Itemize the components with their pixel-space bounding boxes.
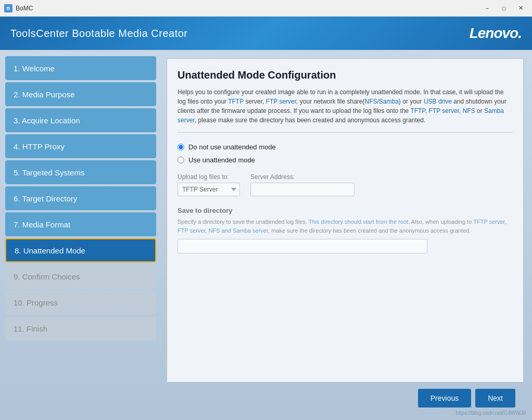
- panel-description: Helps you to configure your created imag…: [178, 87, 513, 133]
- sidebar-item-label: 11. Finish: [14, 324, 47, 333]
- sidebar-item-welcome[interactable]: 1. Welcome: [5, 56, 156, 80]
- main-layout: 1. Welcome 2. Media Purpose 3. Acquire L…: [0, 50, 532, 420]
- radio-use-unattended[interactable]: Use unattended mode: [178, 156, 513, 164]
- radio-no-unattended-input[interactable]: [178, 144, 184, 150]
- content-panel: Unattended Mode Configuration Helps you …: [167, 58, 524, 383]
- sidebar-item-label: 1. Welcome: [14, 64, 55, 73]
- sidebar-item-targeted-systems[interactable]: 5. Targeted Systems: [5, 160, 156, 184]
- lenovo-logo: Lenovo.: [470, 25, 522, 42]
- directory-input[interactable]: [178, 239, 427, 253]
- server-address-label: Server Address:: [250, 173, 354, 181]
- radio-group: Do not use unattended mode Use unattende…: [178, 143, 513, 164]
- sidebar-item-label: 5. Targeted Systems: [14, 168, 84, 177]
- sidebar-item-finish: 11. Finish: [5, 316, 156, 340]
- sidebar: 1. Welcome 2. Media Purpose 3. Acquire L…: [0, 50, 161, 420]
- upload-log-label: Upload log files to:: [178, 173, 240, 181]
- content-area: Unattended Mode Configuration Helps you …: [161, 50, 532, 420]
- radio-no-unattended-label: Do not use unattended mode: [188, 143, 276, 151]
- panel-title: Unattended Mode Configuration: [178, 69, 513, 81]
- next-button[interactable]: Next: [475, 389, 515, 408]
- sidebar-item-label: 6. Target Directory: [14, 194, 77, 203]
- minimize-button[interactable]: −: [480, 3, 495, 14]
- sidebar-item-target-directory[interactable]: 6. Target Directory: [5, 186, 156, 210]
- footer-buttons: Previous Next: [167, 383, 524, 412]
- directory-section: Save to directory Specify a directory to…: [178, 207, 513, 253]
- sidebar-item-label: 4. HTTP Proxy: [14, 142, 65, 151]
- app-name: BoMC: [16, 5, 33, 12]
- close-button[interactable]: ✕: [513, 3, 528, 14]
- radio-use-unattended-label: Use unattended mode: [188, 156, 255, 164]
- radio-use-unattended-input[interactable]: [178, 157, 184, 163]
- app-header: ToolsCenter Bootable Media Creator Lenov…: [0, 17, 532, 50]
- sidebar-item-unattended-mode[interactable]: 8. Unattended Mode: [5, 238, 156, 262]
- maximize-button[interactable]: □: [497, 3, 511, 14]
- sidebar-item-progress: 10. Progress: [5, 290, 156, 314]
- app-icon: B: [4, 4, 12, 12]
- previous-button[interactable]: Previous: [418, 389, 471, 408]
- upload-section: Upload log files to: TFTP Server FTP Ser…: [178, 173, 513, 196]
- sidebar-item-label: 3. Acquire Location: [14, 116, 80, 125]
- title-bar-left: B BoMC: [4, 4, 33, 12]
- upload-log-select[interactable]: TFTP Server FTP Server NFS Samba USB Dri…: [178, 183, 240, 196]
- radio-no-unattended[interactable]: Do not use unattended mode: [178, 143, 513, 151]
- title-bar: B BoMC − □ ✕: [0, 0, 532, 17]
- sidebar-item-confirm-choices: 9. Confirm Choices: [5, 264, 156, 288]
- sidebar-item-http-proxy[interactable]: 4. HTTP Proxy: [5, 134, 156, 158]
- watermark: https://blog.csdn.net/G3WWJlt: [456, 410, 526, 416]
- server-address-group: Server Address:: [250, 173, 354, 196]
- sidebar-item-media-format[interactable]: 7. Media Format: [5, 212, 156, 236]
- sidebar-item-label: 9. Confirm Choices: [14, 272, 80, 281]
- sidebar-item-media-purpose[interactable]: 2. Media Purpose: [5, 82, 156, 106]
- sidebar-item-label: 7. Media Format: [14, 220, 70, 229]
- sidebar-item-label: 8. Unattended Mode: [15, 246, 85, 255]
- window-controls: − □ ✕: [480, 3, 528, 14]
- upload-log-group: Upload log files to: TFTP Server FTP Ser…: [178, 173, 240, 196]
- sidebar-item-label: 10. Progress: [14, 298, 58, 307]
- app-title: ToolsCenter Bootable Media Creator: [10, 28, 188, 40]
- server-address-input[interactable]: [250, 183, 354, 196]
- directory-desc: Specify a directory to save the unattend…: [178, 218, 513, 235]
- sidebar-item-acquire-location[interactable]: 3. Acquire Location: [5, 108, 156, 132]
- directory-title: Save to directory: [178, 207, 513, 214]
- sidebar-item-label: 2. Media Purpose: [14, 90, 75, 99]
